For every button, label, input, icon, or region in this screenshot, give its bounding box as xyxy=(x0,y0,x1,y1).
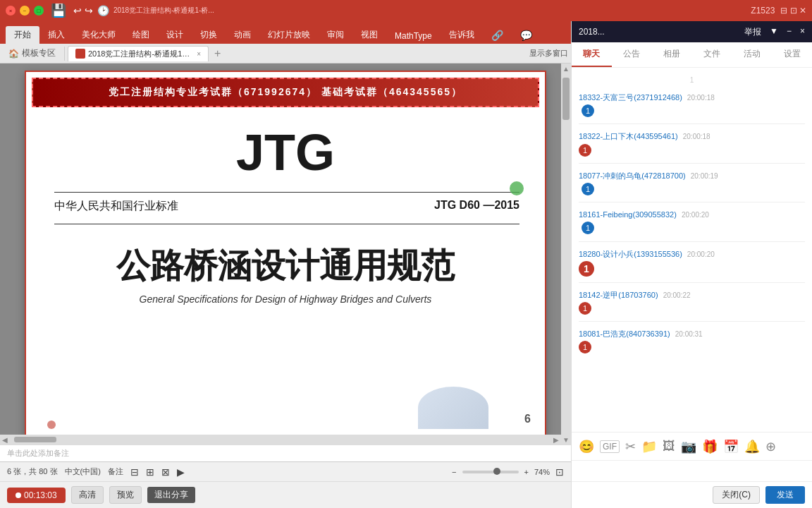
more-button[interactable]: ⊕ xyxy=(765,439,776,454)
tab-settings[interactable]: 设置 xyxy=(772,42,812,67)
chat-title-close[interactable]: × xyxy=(800,26,805,38)
image-button[interactable]: 🖼 xyxy=(663,439,675,454)
list-item: 18077-冲刺的乌龟(472818700) 20:00:19 1 xyxy=(579,169,805,196)
ribbon-tab-review[interactable]: 审阅 xyxy=(319,26,352,44)
close-tab-icon[interactable]: × xyxy=(197,50,201,58)
tab-activities[interactable]: 活动 xyxy=(732,42,772,67)
record-time: 00:13:03 xyxy=(24,490,57,500)
slide-standard-left: 中华人民共和国行业标准 xyxy=(54,199,178,214)
chat-report-button[interactable]: 举报 xyxy=(744,26,761,38)
close-chat-button[interactable]: 关闭(C) xyxy=(713,486,760,504)
bell-button[interactable]: 🔔 xyxy=(744,439,760,454)
user-name-3: 18077-冲刺的乌龟 xyxy=(579,171,641,180)
doc-tabs: 🏠 模板专区 2018党工注册结构-桥通规1-桥梁设计基本概念.pptx × +… xyxy=(0,44,571,64)
list-item: 18280-设计小兵(1393155536) 20:00:20 1 xyxy=(579,248,805,277)
msg-time-3: 20:00:19 xyxy=(691,172,718,180)
slide-standard-right: JTG D60 —2015 xyxy=(434,199,519,214)
reading-view-icon[interactable]: ⊠ xyxy=(161,466,170,478)
quality-button[interactable]: 高清 xyxy=(71,486,104,504)
tab-files[interactable]: 文件 xyxy=(691,42,732,67)
cut-button[interactable]: ✂ xyxy=(625,439,636,454)
display-multiwindow-button[interactable]: 显示多窗口 xyxy=(529,48,568,59)
tab-announcement[interactable]: 公告 xyxy=(612,42,652,67)
title-bar-left: × − □ 💾 ↩ ↪ 🕑 2018党工注册结构-桥通规1-桥... xyxy=(6,3,214,18)
lang-indicator: 中文(中国) xyxy=(65,466,101,477)
zoom-out-button[interactable]: − xyxy=(452,468,456,476)
slide[interactable]: 党工注册结构专业考试群（671992674） 基础考试群（464345565） … xyxy=(25,71,546,437)
slideshow-view-icon[interactable]: ▶ xyxy=(177,466,185,478)
horizontal-scrollbar[interactable]: ◀ ▶ xyxy=(0,435,561,445)
ribbon-tab-animate[interactable]: 动画 xyxy=(226,26,259,44)
zoom-level: 74% xyxy=(534,468,550,476)
scroll-down-button[interactable]: ▼ xyxy=(561,435,571,445)
status-left: 6 张，共 80 张 中文(中国) 备注 ⊟ ⊞ ⊠ ▶ xyxy=(7,466,185,478)
slide-decoration-graphic xyxy=(418,387,488,429)
zoom-in-button[interactable]: + xyxy=(524,468,529,476)
ribbon-tab-design[interactable]: 设计 xyxy=(158,26,192,44)
record-dot-icon xyxy=(16,492,21,498)
zoom-slider-thumb[interactable] xyxy=(493,468,500,475)
chat-messages: 1 18332-天富三号(2371912468) 20:00:18 1 1832… xyxy=(572,68,812,432)
normal-view-icon[interactable]: ⊟ xyxy=(130,466,139,478)
note-hint: 单击此处添加备注 xyxy=(7,448,69,459)
home-tab[interactable]: 🏠 模板专区 xyxy=(3,47,61,59)
slide-sorter-icon[interactable]: ⊞ xyxy=(146,466,154,478)
gif-button[interactable]: GIF xyxy=(600,440,620,453)
chat-title-bar-right: 举报 ▼ − × xyxy=(744,26,805,38)
doc-tab-label: 2018党工注册结构-桥通规1-桥梁设计基本概念.pptx xyxy=(88,49,191,59)
notes-btn[interactable]: 备注 xyxy=(108,466,123,477)
chat-input-toolbar: 😊 GIF ✂ 📁 🖼 📷 🎁 📅 🔔 ⊕ xyxy=(572,432,812,460)
minimize-window-button[interactable]: − xyxy=(20,6,30,16)
zoom-slider[interactable] xyxy=(462,471,519,473)
msg-time-7: 20:00:31 xyxy=(675,330,703,338)
slide-wrapper: 党工注册结构专业考试群（671992674） 基础考试群（464345565） … xyxy=(0,64,571,445)
hscroll-thumb[interactable] xyxy=(14,437,56,442)
chat-title-btn1[interactable]: ▼ xyxy=(770,26,778,38)
ribbon-tab-beautify[interactable]: 美化大师 xyxy=(73,26,124,44)
chat-input[interactable] xyxy=(572,460,812,481)
gift-button[interactable]: 🎁 xyxy=(702,439,718,454)
window-ctrl-icons: ⊟ ⊡ ✕ xyxy=(780,6,806,16)
exit-share-button[interactable]: 退出分享 xyxy=(147,487,195,503)
ribbon-tab-insert[interactable]: 插入 xyxy=(39,26,73,44)
scroll-left-button[interactable]: ◀ xyxy=(0,435,10,445)
ribbon-tab-start[interactable]: 开始 xyxy=(6,26,39,44)
vertical-scrollbar[interactable]: ▲ ▼ xyxy=(561,64,571,445)
ribbon-tab-switch[interactable]: 切换 xyxy=(192,26,226,44)
tab-album[interactable]: 相册 xyxy=(652,42,692,67)
slide-banner: 党工注册结构专业考试群（671992674） 基础考试群（464345565） xyxy=(32,78,539,107)
ribbon-tab-view[interactable]: 视图 xyxy=(352,26,386,44)
chat-title-btn2[interactable]: − xyxy=(787,26,792,38)
emoji-button[interactable]: 😊 xyxy=(579,439,594,454)
user-qq-1: 2371912468 xyxy=(636,93,679,102)
recording-timer-button[interactable]: 00:13:03 xyxy=(7,488,66,503)
ribbon-tab-draw[interactable]: 绘图 xyxy=(124,26,158,44)
user-name-6: 18142-逆甲 xyxy=(579,291,618,299)
home-icon: 🏠 xyxy=(8,49,19,59)
ribbon-tab-mathtype[interactable]: MathType xyxy=(386,28,441,44)
tab-chat[interactable]: 聊天 xyxy=(572,42,612,67)
folder-button[interactable]: 📁 xyxy=(641,439,657,454)
scroll-up-button[interactable]: ▲ xyxy=(561,64,571,73)
slides-count: 6 张，共 80 张 xyxy=(7,466,58,477)
camera-button[interactable]: 📷 xyxy=(681,439,696,454)
send-button[interactable]: 发送 xyxy=(765,486,805,504)
user-name-1: 18332-天富三号 xyxy=(579,93,634,102)
preview-button[interactable]: 预览 xyxy=(109,486,142,504)
user-name-2: 18322-上口下木 xyxy=(579,132,634,140)
fit-window-button[interactable]: ⊡ xyxy=(555,466,564,478)
ribbon-tab-comment[interactable]: 💬 xyxy=(512,27,541,44)
close-window-button[interactable]: × xyxy=(6,6,16,16)
scroll-thumb[interactable] xyxy=(562,78,570,120)
notes-area[interactable]: 单击此处添加备注 xyxy=(0,445,571,461)
list-item: 18322-上口下木(443595461) 20:00:18 1 xyxy=(579,130,805,157)
add-tab-button[interactable]: + xyxy=(209,47,226,60)
ribbon-tab-slideshow[interactable]: 幻灯片放映 xyxy=(259,26,319,44)
slide-standard-line2 xyxy=(54,224,519,224)
scroll-right-button[interactable]: ▶ xyxy=(551,435,561,445)
ppt-doc-tab[interactable]: 2018党工注册结构-桥通规1-桥梁设计基本概念.pptx × xyxy=(68,46,209,61)
maximize-window-button[interactable]: □ xyxy=(34,6,44,16)
ribbon-tab-help[interactable]: 告诉我 xyxy=(441,26,483,44)
ribbon-tab-share[interactable]: 🔗 xyxy=(483,27,512,44)
calendar-button[interactable]: 📅 xyxy=(723,439,739,454)
